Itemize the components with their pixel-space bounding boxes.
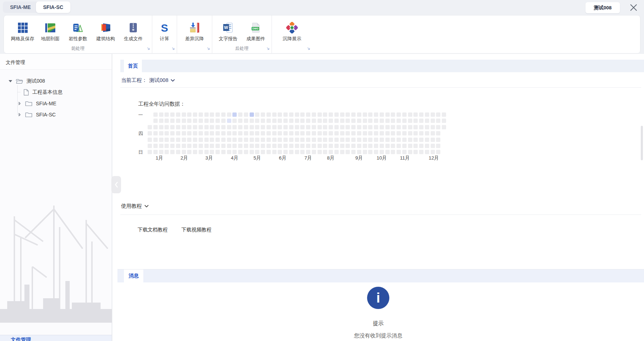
tree-item-child-0[interactable]: 工程基本信息: [0, 87, 112, 98]
heatmap-cell: [323, 138, 327, 142]
caret-right-icon[interactable]: [18, 113, 22, 116]
app-tab-sfia-me[interactable]: SFIA-ME: [3, 1, 38, 13]
heatmap-cell: [413, 112, 418, 117]
tutorial-link-0[interactable]: 下载文档教程: [138, 227, 168, 233]
tree-item-child-1[interactable]: SFIA-ME: [0, 98, 112, 109]
project-chip[interactable]: 测试008: [585, 2, 620, 13]
heatmap-cell: [346, 119, 350, 123]
close-icon[interactable]: [628, 3, 639, 12]
group-expand-arrow-icon[interactable]: [207, 45, 210, 52]
tab-messages[interactable]: 消息: [124, 269, 143, 282]
heatmap-cell: [165, 150, 169, 154]
heatmap-cell: [351, 119, 356, 123]
heatmap-cell: [402, 150, 407, 154]
heatmap-cell: [182, 112, 186, 117]
heatmap-cell: [323, 119, 327, 123]
heatmap-cell: [272, 150, 277, 154]
heatmap-cell: [210, 112, 214, 117]
caret-down-icon[interactable]: [9, 80, 12, 82]
ribbon-button[interactable]: 差异沉降: [181, 21, 208, 42]
heatmap-cell: [278, 125, 282, 129]
heatmap-cell: [318, 144, 322, 148]
group-expand-arrow-icon[interactable]: [267, 45, 270, 52]
heatmap-cell: [374, 138, 378, 142]
heatmap-cell: [306, 144, 310, 148]
home-tab-strip: 首页: [120, 60, 644, 72]
heatmap-cell: [431, 144, 435, 148]
ribbon-button[interactable]: 建筑结构: [92, 21, 119, 42]
heatmap-cell: [227, 144, 231, 148]
heatmap-cell: [306, 131, 310, 135]
heatmap-cell: [363, 144, 367, 148]
heatmap-cell: [402, 112, 407, 117]
strata-icon: [44, 21, 57, 34]
heatmap-cell: [170, 125, 175, 129]
heatmap-cell: [148, 131, 152, 135]
heatmap-cell: [187, 112, 191, 117]
app-tab-sfia-sc[interactable]: SFIA-SC: [36, 1, 70, 13]
heatmap-cell: [363, 119, 367, 123]
heatmap-cell: [385, 150, 390, 154]
tab-home[interactable]: 首页: [124, 60, 142, 72]
heatmap-cell: [170, 144, 175, 148]
group-expand-arrow-icon[interactable]: [172, 45, 175, 52]
heatmap-cell: [363, 125, 367, 129]
scrollbar-thumb[interactable]: [641, 126, 643, 160]
heatmap-cell: [419, 144, 423, 148]
heatmap-cell: [351, 150, 356, 154]
heatmap-cell: [176, 112, 180, 117]
heatmap-cell: [187, 150, 191, 154]
heatmap-cell: [436, 119, 440, 123]
file-icon: [23, 89, 29, 96]
heatmap-cell: [216, 112, 220, 117]
heatmap-cell: [210, 144, 214, 148]
heatmap-cell: [346, 112, 350, 117]
heatmap-cell: [199, 119, 203, 123]
ribbon-button[interactable]: 生成文件: [120, 21, 147, 42]
heatmap-month-label: 1月: [156, 155, 163, 161]
heatmap-cell: [170, 112, 175, 117]
tutorial-link-1[interactable]: 下载视频教程: [181, 227, 212, 233]
caret-right-icon[interactable]: [18, 102, 22, 105]
heatmap-cell: [334, 150, 339, 154]
heatmap-cell: [329, 119, 333, 123]
heatmap-cell: [267, 125, 271, 129]
heatmap-cell: [402, 144, 407, 148]
ribbon-button[interactable]: W文字报告: [215, 21, 242, 42]
info-icon: i: [367, 287, 389, 309]
tree-item-label: 工程基本信息: [32, 89, 62, 96]
heatmap-cell: [385, 144, 390, 148]
heatmap-cell: [283, 131, 288, 135]
ribbon-button-label: 差异沉降: [185, 36, 204, 42]
tutorial-section-header[interactable]: 使用教程: [121, 203, 149, 209]
chevron-down-icon: [171, 79, 175, 82]
heatmap-cell: [153, 144, 158, 148]
s-calc-icon: S: [158, 21, 171, 34]
group-expand-arrow-icon[interactable]: [147, 45, 150, 52]
heatmap-cell: [193, 119, 197, 123]
ribbon-button[interactable]: S计算: [152, 21, 177, 42]
heatmap-cell: [408, 125, 412, 129]
tree-item-root[interactable]: 测试008: [0, 75, 112, 87]
heatmap-day-label: 日: [138, 149, 143, 156]
ribbon-button[interactable]: 地层剖面: [37, 21, 64, 42]
heatmap-cell: [306, 125, 310, 129]
heatmap-cell: [334, 131, 339, 135]
heatmap-cell: [244, 144, 248, 148]
heatmap-cell: [165, 144, 169, 148]
heatmap-cell: [267, 119, 271, 123]
tree-item-child-2[interactable]: SFIA-SC: [0, 109, 112, 120]
group-expand-arrow-icon[interactable]: [307, 45, 310, 52]
ribbon-button[interactable]: 沉降展示: [279, 21, 306, 42]
heatmap-cell: [402, 119, 407, 123]
current-project-row[interactable]: 当前工程： 测试008: [121, 77, 175, 84]
heatmap-cell: [159, 125, 163, 129]
messages-empty-text: 您没有收到提示消息: [112, 332, 644, 339]
ribbon-button[interactable]: 网格及保存: [9, 21, 36, 42]
ribbon-button-label: 建筑结构: [96, 36, 115, 42]
ribbon-button[interactable]: 岩性参数: [65, 21, 92, 42]
sidebar-bottom-tab[interactable]: 文件管理: [0, 335, 112, 341]
heatmap-month-label: 6月: [279, 155, 287, 161]
ribbon-button[interactable]: DWG成果图件: [242, 21, 269, 42]
sidebar-collapse-handle[interactable]: [111, 176, 121, 193]
